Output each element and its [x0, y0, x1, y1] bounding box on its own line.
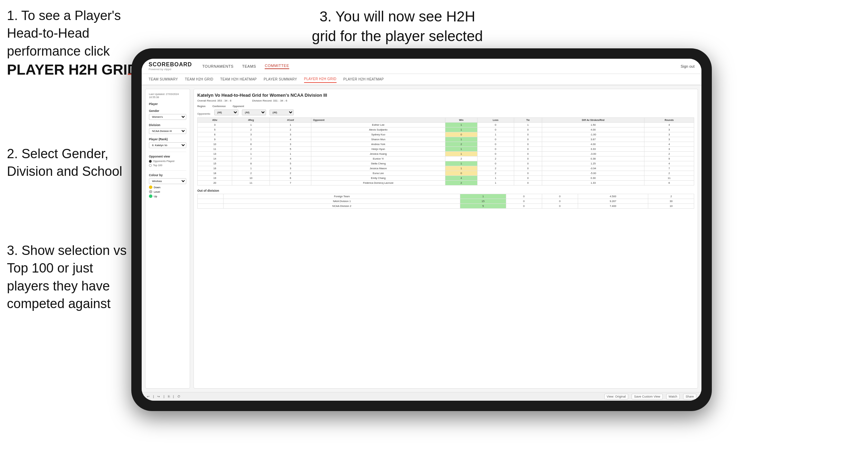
cell-div: 3: [198, 123, 232, 127]
col-rounds: Rounds: [644, 118, 694, 123]
sub-nav-player-h2h-grid[interactable]: PLAYER H2H GRID: [304, 76, 337, 83]
ood-cell-empty: [198, 199, 224, 204]
main-content: Last Updated: 27/03/2024 16:55:38 Player…: [142, 85, 701, 392]
radio-top100[interactable]: Top 100: [149, 164, 186, 167]
cell-rounds: 2: [644, 152, 694, 156]
sign-out-link[interactable]: Sign out: [681, 64, 695, 68]
cell-tie: 0: [514, 152, 542, 156]
cell-opponent: Euna Lee: [311, 171, 445, 176]
cell-tie: 0: [514, 176, 542, 181]
table-row: 5 2 2 Alexis Sudjianto 1 0 0 4.00 3: [198, 127, 694, 132]
table-row: 13 1 1 Jessica Huang 1 0 0 -3.00 2: [198, 152, 694, 156]
watch-btn[interactable]: Watch: [666, 394, 680, 399]
share-btn[interactable]: Share: [683, 394, 696, 399]
undo-icon[interactable]: ↩: [147, 395, 150, 398]
ood-cell-rounds: 10: [648, 204, 694, 209]
out-of-division-title: Out of division: [197, 189, 694, 192]
cell-rounds: 3: [644, 137, 694, 142]
nav-teams[interactable]: TEAMS: [242, 64, 256, 68]
colour-by-select[interactable]: Win/loss: [149, 178, 186, 184]
cell-loss: 1: [477, 181, 514, 185]
cell-diff: 3.33: [542, 147, 644, 152]
cell-tie: 0: [514, 161, 542, 166]
cell-win: 2: [445, 142, 477, 147]
table-row: 14 7 4 Eunice Yi 2 2 0 0.38 9: [198, 156, 694, 161]
cell-win: 1: [445, 147, 477, 152]
cell-rounds: 3: [644, 127, 694, 132]
copy-icon[interactable]: ⎘: [168, 395, 170, 398]
save-custom-btn[interactable]: Save Custom View: [632, 394, 663, 399]
cell-conf: 5: [270, 147, 311, 152]
ood-cell-diff: 9.267: [578, 199, 648, 204]
cell-conf: 3: [270, 132, 311, 137]
cell-reg: 2: [232, 171, 270, 176]
cell-win: 2: [445, 156, 477, 161]
cell-win: 1: [445, 137, 477, 142]
tablet-screen: SCOREBOARD Powered by clippd TOURNAMENTS…: [142, 59, 701, 401]
cell-opponent: Eunice Yi: [311, 156, 445, 161]
col-tie: Tie: [514, 118, 542, 123]
cell-win: 1: [445, 152, 477, 156]
opponent-filter-select[interactable]: (All): [270, 109, 294, 115]
nav-tournaments[interactable]: TOURNAMENTS: [202, 64, 234, 68]
cell-opponent: Emily Chang: [311, 176, 445, 181]
player-label: Player: [149, 102, 186, 106]
instruction-mid-left: 2. Select Gender, Division and School: [7, 145, 128, 181]
division-select[interactable]: NCAA Division III: [149, 128, 186, 134]
cell-div: 15: [198, 161, 232, 166]
instruction-top-right: 3. You will now see H2H grid for the pla…: [311, 7, 484, 46]
ood-cell-rounds: 2: [648, 194, 694, 199]
cell-conf: 4: [270, 137, 311, 142]
cell-div: 18: [198, 171, 232, 176]
cell-reg: 6: [232, 142, 270, 147]
cell-diff: -3.00: [542, 152, 644, 156]
instruction-top-left: 1. To see a Player's Head-to-Head perfor…: [7, 7, 138, 80]
cell-win: 1: [445, 123, 477, 127]
cell-tie: 0: [514, 171, 542, 176]
gender-select[interactable]: Women's: [149, 114, 186, 120]
sub-nav-team-h2h-heatmap[interactable]: TEAM H2H HEATMAP: [220, 76, 257, 83]
cell-tie: 0: [514, 127, 542, 132]
cell-conf: 5: [270, 161, 311, 166]
cell-reg: 2: [232, 147, 270, 152]
table-row: 20 11 7 Federica Domecq Lacroze 2 1 0 1.…: [198, 181, 694, 185]
conference-filter-select[interactable]: (All): [242, 109, 266, 115]
cell-div: 16: [198, 166, 232, 171]
cell-conf: 1: [270, 152, 311, 156]
cell-conf: 1: [270, 123, 311, 127]
radio-opponents-played[interactable]: Opponents Played: [149, 160, 186, 163]
sidebar-divider: [149, 152, 186, 152]
sub-nav-player-summary[interactable]: PLAYER SUMMARY: [264, 76, 297, 83]
cell-tie: 0: [514, 132, 542, 137]
cell-div: 20: [198, 181, 232, 185]
cell-diff: 4.00: [542, 127, 644, 132]
cell-rounds: 2: [644, 171, 694, 176]
nav-committee[interactable]: COMMITTEE: [265, 64, 289, 69]
cell-diff: 4.00: [542, 142, 644, 147]
cell-conf: 6: [270, 176, 311, 181]
col-loss: Loss: [477, 118, 514, 123]
ood-table-row: Foreign Team 1 0 0 4.500 2: [198, 194, 694, 199]
cell-reg: 8: [232, 161, 270, 166]
cell-loss: 0: [477, 161, 514, 166]
division-label: Division: [149, 123, 186, 127]
colour-by-label: Colour by: [149, 173, 186, 177]
redo-icon[interactable]: ↪: [157, 395, 160, 398]
out-of-division-table: Foreign Team 1 0 0 4.500 2 NAIA Division…: [197, 194, 694, 209]
filter-opponent: Opponent: [233, 105, 244, 107]
cell-opponent: Jessica Mason: [311, 166, 445, 171]
cell-div: 9: [198, 137, 232, 142]
cell-opponent: Andrea York: [311, 142, 445, 147]
sidebar-division-section: Division NCAA Division III: [149, 123, 186, 134]
view-original-btn[interactable]: View: Original: [604, 394, 628, 399]
region-filter-select[interactable]: (All): [214, 109, 238, 115]
filter-region-label: Region: [197, 105, 206, 107]
cell-tie: 0: [514, 156, 542, 161]
player-rank-select[interactable]: 8. Katelyn Vo: [149, 142, 186, 148]
cell-reg: 2: [232, 127, 270, 132]
ood-cell-win: 15: [460, 199, 506, 204]
sub-nav-team-h2h-grid[interactable]: TEAM H2H GRID: [185, 76, 213, 83]
sub-nav-player-h2h-heatmap[interactable]: PLAYER H2H HEATMAP: [343, 76, 384, 83]
sub-nav-team-summary[interactable]: TEAM SUMMARY: [149, 76, 178, 83]
ood-cell-empty: [198, 194, 224, 199]
